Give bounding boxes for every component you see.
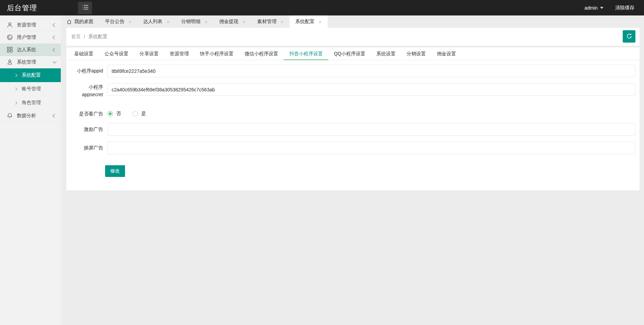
refresh-icon <box>626 33 632 40</box>
interstitial-ad-input[interactable] <box>108 142 635 154</box>
sidebar: 资源管理 用户管理 达人系统 系统管理 系统配 <box>0 15 61 325</box>
close-icon[interactable]: × <box>167 19 170 24</box>
sidebar-item-talent[interactable]: 达人系统 <box>0 44 61 56</box>
sidebar-toggle-button[interactable] <box>78 2 92 14</box>
douyin-settings-form: 小程序appid 小程序 appsecret <box>66 60 640 177</box>
user-menu[interactable]: admin <box>585 5 603 11</box>
close-icon[interactable]: × <box>205 19 208 24</box>
breadcrumb: 首页 / 系统配置 <box>71 34 108 40</box>
user-icon <box>7 22 13 28</box>
appsecret-label: 小程序 appsecret <box>66 83 108 99</box>
breadcrumb-home-link[interactable]: 首页 <box>71 34 81 40</box>
chevron-left-icon <box>53 23 56 27</box>
sidebar-item-analytics[interactable]: 数据分析 <box>0 110 61 122</box>
settings-tab-qq[interactable]: QQ小程序设置 <box>328 47 371 60</box>
chevron-left-icon <box>53 48 56 52</box>
watch-ad-radio-yes[interactable]: 是 <box>133 111 146 117</box>
radio-label: 否 <box>116 111 121 117</box>
settings-tab-distribution[interactable]: 分销设置 <box>401 47 431 60</box>
sidebar-item-label: 数据分析 <box>17 113 53 119</box>
sidebar-item-label: 资源管理 <box>17 22 53 28</box>
radio-unselected-icon <box>133 111 138 116</box>
settings-tab-kuaishou[interactable]: 快手小程序设置 <box>194 47 239 60</box>
tab-system-config[interactable]: 系统配置 × <box>290 15 328 28</box>
sidebar-subitem-label: 系统配置 <box>22 72 41 78</box>
header-bar: 后台管理 admin 清除缓存 <box>0 0 644 15</box>
sidebar-item-label: 用户管理 <box>17 34 53 41</box>
settings-tab-official-account[interactable]: 公众号设置 <box>99 47 134 60</box>
tab-commission-withdraw[interactable]: 佣金提现 × <box>213 15 251 28</box>
close-icon[interactable]: × <box>319 19 322 24</box>
tab-distribution-detail[interactable]: 分销明细 × <box>176 15 214 28</box>
reward-ad-label: 激励广告 <box>66 123 108 136</box>
radio-label: 是 <box>141 111 146 117</box>
tab-label: 佣金提现 <box>219 19 238 25</box>
settings-tab-share[interactable]: 分享设置 <box>134 47 164 60</box>
tab-label: 分销明细 <box>181 19 201 25</box>
settings-tab-wechat[interactable]: 微信小程序设置 <box>239 47 284 60</box>
tab-material-manage[interactable]: 素材管理 × <box>251 15 290 28</box>
grid-icon <box>7 46 13 53</box>
settings-card: 基础设置 公众号设置 分享设置 资源管理 快手小程序设置 微信小程序设置 抖音小… <box>66 47 640 190</box>
tab-platform-notice[interactable]: 平台公告 × <box>99 15 137 28</box>
refresh-button[interactable] <box>623 30 635 43</box>
settings-tab-resource[interactable]: 资源管理 <box>164 47 194 60</box>
chevron-right-icon <box>14 74 18 77</box>
tab-label: 系统配置 <box>295 19 315 25</box>
clear-cache-button[interactable]: 清除缓存 <box>615 5 634 11</box>
bell-icon <box>7 112 13 119</box>
chevron-left-icon <box>53 35 56 39</box>
chevron-down-icon <box>53 59 56 63</box>
settings-tab-basic[interactable]: 基础设置 <box>69 47 99 60</box>
close-icon[interactable]: × <box>281 19 284 24</box>
settings-tab-bar: 基础设置 公众号设置 分享设置 资源管理 快手小程序设置 微信小程序设置 抖音小… <box>66 47 640 60</box>
sidebar-item-label: 系统管理 <box>17 59 53 65</box>
sidebar-subitem-role[interactable]: 角色管理 <box>0 96 61 110</box>
reward-ad-input[interactable] <box>108 123 635 136</box>
submit-button[interactable]: 修改 <box>105 165 125 177</box>
caret-down-icon <box>600 7 603 9</box>
breadcrumb-bar: 首页 / 系统配置 <box>66 28 640 46</box>
chevron-right-icon <box>14 101 18 104</box>
interstitial-ad-label: 插屏广告 <box>66 142 108 154</box>
close-icon[interactable]: × <box>128 19 132 24</box>
sidebar-subitem-account[interactable]: 账号管理 <box>0 82 61 96</box>
person-icon <box>7 59 13 65</box>
gauge-icon <box>7 34 13 41</box>
appid-input[interactable] <box>108 65 635 77</box>
tab-label: 达人列表 <box>143 19 162 25</box>
sidebar-item-system[interactable]: 系统管理 <box>0 56 61 68</box>
username: admin <box>585 5 598 11</box>
sidebar-item-user[interactable]: 用户管理 <box>0 31 61 44</box>
tab-label: 平台公告 <box>105 19 124 25</box>
tab-talent-list[interactable]: 达人列表 × <box>137 15 176 28</box>
settings-tab-douyin[interactable]: 抖音小程序设置 <box>284 47 328 60</box>
sidebar-item-resource[interactable]: 资源管理 <box>0 19 61 31</box>
close-icon[interactable]: × <box>242 19 246 24</box>
breadcrumb-current: 系统配置 <box>88 34 108 40</box>
watch-ad-radio-group: 否 是 <box>108 108 635 120</box>
tab-label: 我的桌面 <box>74 19 93 25</box>
watch-ad-radio-no[interactable]: 否 <box>108 111 121 117</box>
app-title: 后台管理 <box>0 3 69 13</box>
sidebar-subitem-label: 角色管理 <box>22 100 41 106</box>
chevron-left-icon <box>53 114 56 117</box>
list-icon <box>82 5 88 11</box>
watch-ad-label: 是否看广告 <box>66 110 108 117</box>
tab-my-desktop[interactable]: 我的桌面 <box>61 15 99 28</box>
tab-label: 素材管理 <box>257 19 276 25</box>
settings-tab-system[interactable]: 系统设置 <box>371 47 401 60</box>
sidebar-item-label: 达人系统 <box>17 47 53 53</box>
main-area: 我的桌面 平台公告 × 达人列表 × 分销明细 × 佣金提现 × 素材管理 × … <box>61 15 644 325</box>
appid-label: 小程序appid <box>66 65 108 77</box>
sidebar-subitem-system-config[interactable]: 系统配置 <box>0 68 61 82</box>
breadcrumb-separator: / <box>84 34 85 40</box>
home-icon <box>67 19 72 24</box>
settings-tab-commission[interactable]: 佣金设置 <box>431 47 462 60</box>
appsecret-input[interactable] <box>108 83 635 96</box>
radio-selected-icon <box>108 111 113 116</box>
sidebar-subitem-label: 账号管理 <box>22 86 41 92</box>
page-tab-bar: 我的桌面 平台公告 × 达人列表 × 分销明细 × 佣金提现 × 素材管理 × … <box>61 15 644 28</box>
chevron-right-icon <box>14 87 18 91</box>
